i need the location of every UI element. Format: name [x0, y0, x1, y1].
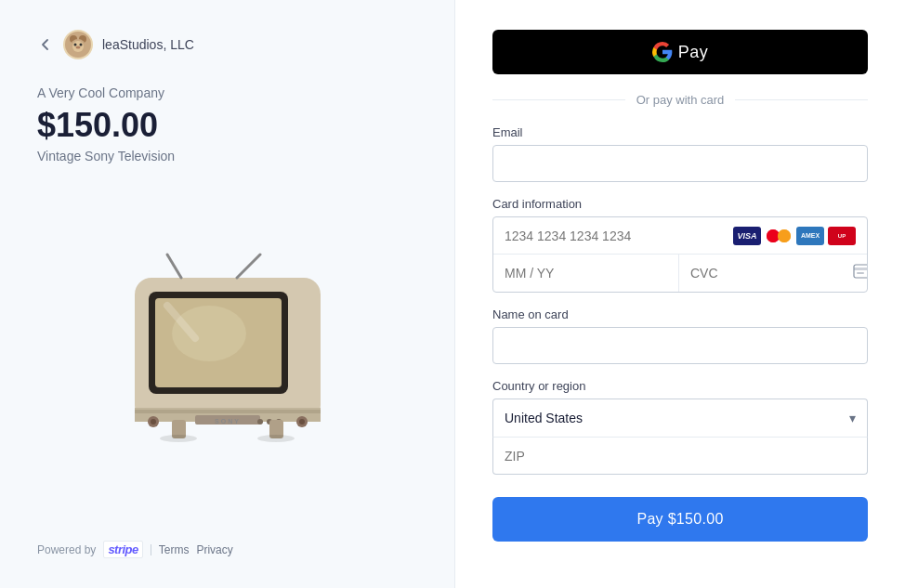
footer-divider — [151, 544, 151, 555]
card-cvc-wrapper — [679, 255, 868, 292]
svg-point-6 — [80, 44, 83, 46]
mastercard-icon — [765, 227, 793, 245]
svg-point-23 — [257, 419, 263, 425]
name-input[interactable] — [492, 327, 868, 364]
cvc-card-icon — [853, 264, 868, 282]
country-label: Country or region — [492, 379, 868, 393]
svg-point-5 — [74, 44, 77, 46]
svg-rect-31 — [854, 268, 868, 270]
svg-point-28 — [160, 435, 197, 442]
svg-line-15 — [167, 255, 181, 278]
amex-icon: AMEX — [796, 227, 824, 245]
svg-rect-14 — [135, 410, 321, 413]
card-info-box: VISA AMEX UP — [492, 216, 868, 293]
divider-text: Or pay with card — [636, 93, 725, 107]
merchant-header: leaStudios, LLC — [37, 30, 417, 59]
card-info-group: Card information VISA AMEX UP — [492, 197, 868, 293]
privacy-link[interactable]: Privacy — [196, 543, 232, 556]
tv-illustration: SONY — [116, 250, 339, 454]
product-name: Vintage Sony Television — [37, 149, 417, 163]
merchant-name: leaStudios, LLC — [102, 37, 194, 52]
right-panel: Pay Or pay with card Email Card informat… — [455, 0, 905, 588]
pay-button[interactable]: Pay $150.00 — [492, 497, 868, 542]
svg-text:SONY: SONY — [215, 418, 241, 425]
country-select[interactable]: United States Canada United Kingdom Aust… — [493, 399, 867, 437]
gpay-pay-label: Pay — [678, 43, 709, 62]
avatar — [63, 30, 93, 59]
card-number-input[interactable] — [505, 229, 733, 243]
svg-rect-32 — [857, 272, 864, 274]
card-info-label: Card information — [492, 197, 868, 211]
name-group: Name on card — [492, 307, 868, 364]
google-pay-button[interactable]: Pay — [492, 30, 868, 74]
zip-input[interactable] — [492, 438, 868, 475]
divider-line-left — [492, 99, 625, 100]
google-g-icon — [652, 42, 673, 62]
country-select-wrapper: United States Canada United Kingdom Aust… — [492, 399, 868, 438]
svg-point-11 — [172, 306, 246, 361]
card-expiry-cvc-row — [493, 255, 867, 292]
card-number-row: VISA AMEX UP — [493, 217, 867, 255]
visa-icon: VISA — [733, 227, 761, 245]
card-icons: VISA AMEX UP — [733, 227, 856, 245]
stripe-logo: stripe — [103, 541, 142, 558]
footer: Powered by stripe Terms Privacy — [37, 541, 417, 558]
svg-point-20 — [151, 419, 156, 425]
card-cvc-input[interactable] — [690, 255, 853, 292]
unionpay-icon: UP — [828, 227, 856, 245]
email-label: Email — [492, 125, 868, 139]
name-label: Name on card — [492, 307, 868, 321]
or-divider: Or pay with card — [492, 93, 868, 107]
email-group: Email — [492, 125, 868, 182]
product-image: SONY — [37, 182, 417, 522]
svg-point-7 — [76, 46, 81, 49]
email-input[interactable] — [492, 145, 868, 182]
country-group: Country or region United States Canada U… — [492, 379, 868, 475]
divider-line-right — [735, 99, 868, 100]
left-panel: leaStudios, LLC A Very Cool Company $150… — [0, 0, 455, 588]
terms-link[interactable]: Terms — [159, 543, 190, 556]
card-expiry-input[interactable] — [493, 255, 679, 292]
svg-point-29 — [257, 435, 295, 442]
product-price: $150.00 — [37, 106, 417, 145]
avatar-image — [65, 32, 91, 58]
product-company: A Very Cool Company — [37, 85, 417, 100]
svg-line-16 — [237, 255, 260, 278]
back-arrow-icon — [37, 36, 54, 53]
back-button[interactable] — [37, 36, 54, 53]
svg-point-22 — [299, 419, 305, 425]
powered-by-label: Powered by — [37, 543, 96, 556]
svg-rect-30 — [854, 265, 868, 278]
